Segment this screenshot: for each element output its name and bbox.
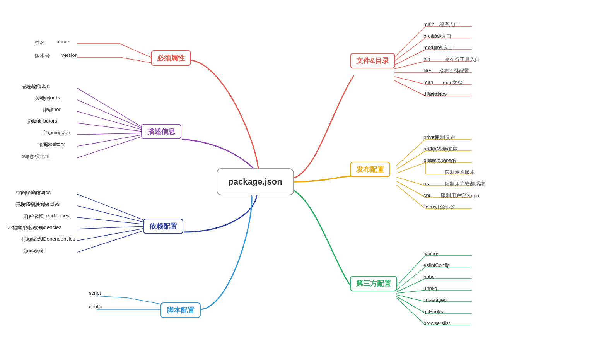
svg-line-17	[128, 298, 160, 304]
svg-line-37	[396, 151, 425, 169]
svg-line-61	[396, 298, 425, 325]
svg-line-4	[77, 88, 143, 128]
cat-required-label: 必须属性	[157, 53, 185, 63]
svg-line-21	[394, 26, 425, 57]
cat-publish: 发布配置	[350, 162, 390, 177]
svg-line-25	[394, 50, 425, 65]
svg-line-27	[394, 61, 425, 69]
cat-describe-label: 描述信息	[147, 127, 175, 136]
svg-line-12	[77, 206, 145, 222]
svg-line-14	[77, 226, 145, 229]
cat-required: 必须属性	[151, 50, 191, 66]
svg-line-59	[396, 296, 425, 313]
svg-line-0	[120, 44, 151, 57]
cat-publish-label: 发布配置	[356, 165, 384, 174]
cat-scripts: 脚本配置	[160, 302, 201, 318]
svg-line-15	[77, 228, 145, 241]
svg-line-9	[77, 135, 143, 146]
svg-line-55	[396, 290, 425, 293]
svg-line-31	[394, 77, 425, 84]
cat-deps: 依赖配置	[143, 219, 183, 234]
svg-line-10	[77, 136, 143, 158]
leaf-name: 姓名 name	[39, 39, 49, 46]
cat-files: 文件&目录	[350, 53, 395, 68]
svg-line-13	[77, 217, 145, 224]
center-node: package.json	[217, 168, 294, 195]
svg-line-8	[77, 133, 143, 135]
svg-line-33	[394, 80, 425, 96]
cat-files-label: 文件&目录	[356, 56, 389, 65]
svg-line-47	[396, 185, 425, 209]
cat-deps-label: 依赖配置	[149, 222, 177, 231]
svg-line-45	[396, 181, 425, 197]
svg-line-43	[396, 177, 425, 186]
svg-line-53	[396, 279, 425, 292]
svg-line-18	[97, 296, 128, 298]
svg-line-35	[396, 139, 425, 166]
cat-third-label: 第三方配置	[356, 279, 391, 288]
svg-line-11	[77, 194, 145, 220]
svg-line-49	[396, 255, 425, 286]
center-label: package.json	[228, 177, 282, 187]
svg-line-2	[120, 57, 151, 63]
cat-third: 第三方配置	[350, 276, 397, 291]
cat-describe: 描述信息	[141, 124, 181, 139]
svg-line-16	[77, 230, 145, 252]
svg-line-39	[396, 162, 425, 173]
leaf-version: 版本号 version	[39, 52, 54, 60]
cat-scripts-label: 脚本配置	[167, 306, 195, 315]
svg-line-57	[396, 295, 425, 302]
